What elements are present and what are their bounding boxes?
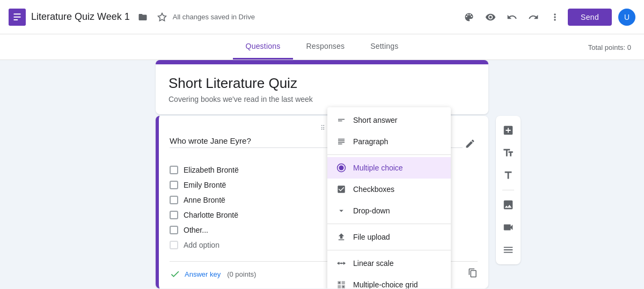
add-image-button[interactable] <box>498 195 518 215</box>
tabs-bar: Questions Responses Settings Total point… <box>0 34 644 60</box>
tab-questions[interactable]: Questions <box>233 34 294 60</box>
menu-label-linear-scale: Linear scale <box>353 259 394 268</box>
paragraph-icon <box>336 136 347 147</box>
option-label-2: Anne Brontë <box>184 196 225 204</box>
checkbox-0[interactable] <box>170 166 178 174</box>
checkboxes-icon <box>336 184 347 195</box>
copy-button[interactable] <box>468 268 478 280</box>
option-label-other: Other... <box>184 226 208 234</box>
menu-label-dropdown: Drop-down <box>353 206 390 215</box>
svg-marker-4 <box>158 13 166 20</box>
svg-rect-1 <box>13 13 20 14</box>
right-toolbar <box>496 116 521 264</box>
menu-item-mc-grid[interactable]: Multiple-choice grid <box>327 274 451 288</box>
dropdown-icon <box>336 205 347 216</box>
redo-button[interactable] <box>525 9 542 26</box>
menu-label-checkboxes: Checkboxes <box>353 185 394 194</box>
saved-status: All changes saved in Drive <box>173 13 255 21</box>
checkbox-1[interactable] <box>170 181 178 189</box>
menu-item-paragraph[interactable]: Paragraph <box>327 131 451 152</box>
total-points: Total points: 0 <box>588 43 631 51</box>
toolbar-divider <box>502 190 514 190</box>
menu-label-mc-grid: Multiple-choice grid <box>353 280 418 288</box>
svg-point-7 <box>338 263 339 264</box>
svg-rect-3 <box>13 19 18 20</box>
mc-grid-icon <box>336 279 347 288</box>
linear-scale-icon <box>336 258 347 269</box>
menu-divider-3 <box>327 250 451 250</box>
form-header-card: Short Literature Quiz Covering books we'… <box>156 60 488 114</box>
send-button[interactable]: Send <box>568 9 612 26</box>
checkbox-add <box>170 241 178 249</box>
add-title-button[interactable] <box>498 143 518 163</box>
menu-item-checkboxes[interactable]: Checkboxes <box>327 179 451 200</box>
file-upload-icon <box>336 232 347 242</box>
move-to-folder-button[interactable] <box>134 9 151 26</box>
answer-key-check-icon <box>170 269 180 279</box>
svg-rect-2 <box>13 16 20 17</box>
menu-label-file-upload: File upload <box>353 233 390 241</box>
avatar[interactable]: U <box>618 9 635 26</box>
menu-item-multiple-choice[interactable]: Multiple choice <box>327 157 451 179</box>
form-subtitle: Covering books we've read in the last we… <box>169 95 475 103</box>
menu-label-short-answer: Short answer <box>353 116 397 124</box>
question-edit-icon[interactable] <box>463 136 478 154</box>
checkbox-other[interactable] <box>170 226 178 234</box>
points-badge: (0 points) <box>227 270 256 278</box>
menu-divider-2 <box>327 224 451 224</box>
multiple-choice-icon <box>336 162 347 173</box>
add-section-button[interactable] <box>498 240 518 260</box>
more-options-button[interactable] <box>546 9 564 26</box>
add-question-button[interactable] <box>498 120 518 140</box>
short-answer-icon <box>336 115 347 125</box>
tab-responses[interactable]: Responses <box>293 34 357 60</box>
palette-button[interactable] <box>460 9 478 26</box>
add-option-label: Add option <box>184 241 219 249</box>
tab-settings[interactable]: Settings <box>357 34 411 60</box>
app-title: Literature Quiz Week 1 <box>31 11 130 23</box>
svg-point-9 <box>344 263 346 264</box>
star-button[interactable] <box>153 9 171 26</box>
menu-label-multiple-choice: Multiple choice <box>353 164 403 172</box>
svg-point-8 <box>341 263 342 264</box>
menu-label-paragraph: Paragraph <box>353 137 388 146</box>
question-type-dropdown: Short answer Paragraph Multiple choice C… <box>327 107 451 288</box>
menu-item-linear-scale[interactable]: Linear scale <box>327 253 451 274</box>
topbar: Literature Quiz Week 1 All changes saved… <box>0 0 644 34</box>
forms-logo-icon <box>9 9 26 26</box>
option-label-1: Emily Brontë <box>184 181 226 189</box>
undo-button[interactable] <box>503 9 521 26</box>
title-icons <box>134 9 171 26</box>
svg-point-11 <box>342 286 344 287</box>
svg-point-10 <box>339 282 340 284</box>
menu-item-short-answer[interactable]: Short answer <box>327 109 451 131</box>
add-video-button[interactable] <box>498 217 518 238</box>
menu-item-file-upload[interactable]: File upload <box>327 226 451 248</box>
topbar-action-icons <box>460 9 564 26</box>
add-text-button[interactable] <box>498 165 518 186</box>
menu-item-dropdown[interactable]: Drop-down <box>327 200 451 221</box>
form-title: Short Literature Quiz <box>169 75 475 92</box>
main-content: Short Literature Quiz Covering books we'… <box>0 60 644 288</box>
answer-key-link[interactable]: Answer key <box>185 270 221 278</box>
checkbox-3[interactable] <box>170 211 178 219</box>
menu-divider-1 <box>327 154 451 155</box>
checkbox-2[interactable] <box>170 196 178 204</box>
option-label-0: Elizabeth Brontë <box>184 166 239 174</box>
svg-point-6 <box>339 166 344 171</box>
option-label-3: Charlotte Brontë <box>184 211 238 219</box>
preview-button[interactable] <box>482 9 499 26</box>
